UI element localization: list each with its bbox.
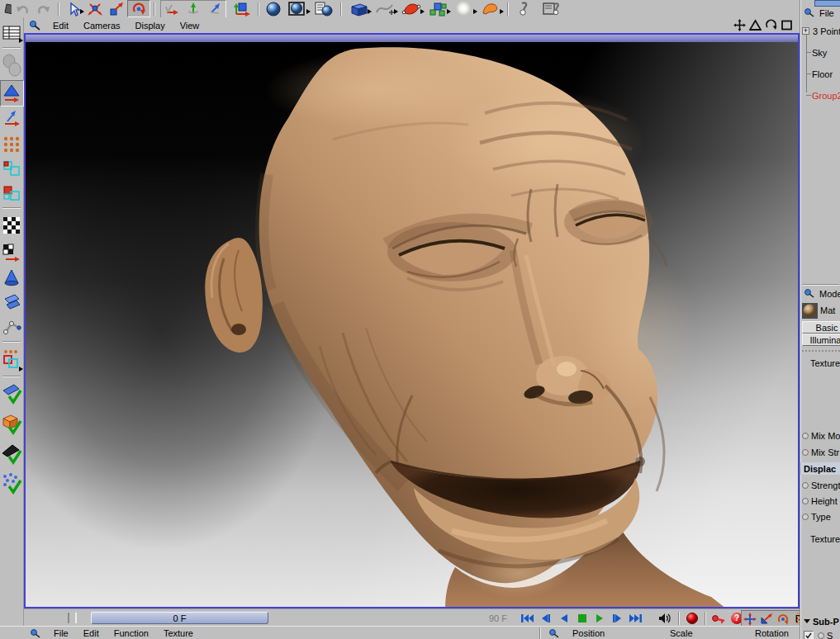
panel-tab[interactable]	[814, 0, 840, 7]
undo-button[interactable]	[12, 1, 33, 17]
timeline-menu-function[interactable]: Function	[107, 628, 156, 638]
add-spline-button[interactable]	[372, 1, 398, 17]
redo-button[interactable]	[33, 1, 55, 17]
object-item-floor[interactable]: Floor	[800, 68, 840, 80]
sub-rollout-header[interactable]: Sub-P	[800, 615, 840, 627]
mix-mode-row[interactable]: Mix Mo	[800, 429, 840, 442]
object-axis-tool-button[interactable]	[1, 106, 23, 131]
timeline-menu-edit[interactable]: Edit	[76, 628, 107, 638]
maximize-view-icon[interactable]	[781, 19, 793, 31]
object-label: 3 Point	[813, 26, 840, 36]
bone-tool-button[interactable]	[512, 1, 539, 17]
track-header-scale[interactable]: Scale	[662, 628, 747, 638]
texture-axis-mode-button[interactable]	[1, 240, 23, 265]
record-rotation-toggle[interactable]	[775, 612, 791, 626]
goto-start-button[interactable]	[518, 611, 536, 625]
timeline-menu-file[interactable]: File	[46, 628, 76, 638]
record-button[interactable]	[683, 611, 701, 625]
mix-strength-row[interactable]: Mix Str	[800, 446, 840, 458]
zoom-view-icon[interactable]	[749, 19, 762, 31]
expand-icon[interactable]: +	[802, 27, 809, 35]
lock-z-axis-button[interactable]	[204, 1, 225, 17]
live-selection-button[interactable]	[63, 1, 84, 17]
viewport-menu-edit[interactable]: Edit	[45, 21, 76, 31]
model-tool-button[interactable]	[0, 80, 24, 106]
rotate-view-icon[interactable]	[765, 19, 777, 31]
pin-icon[interactable]	[548, 628, 561, 639]
pin-icon[interactable]	[804, 7, 816, 18]
current-frame-slider[interactable]: 0 F	[91, 612, 268, 624]
kinematics-tool-button[interactable]	[1, 315, 23, 339]
timeline-menu-texture[interactable]: Texture	[156, 628, 201, 638]
viewport-title-strip	[26, 35, 798, 42]
viewport-menu-cameras[interactable]: Cameras	[76, 21, 128, 31]
lock-y-axis-button[interactable]	[183, 1, 204, 17]
track-header-position[interactable]: Position	[565, 628, 662, 638]
bone-settings-button[interactable]	[539, 1, 565, 17]
coordinate-system-button[interactable]	[228, 1, 254, 17]
add-light-button[interactable]	[451, 1, 477, 17]
object-item-sky[interactable]: Sky	[800, 46, 840, 59]
material-header[interactable]: Mat	[800, 302, 840, 319]
snap-grid-button[interactable]	[1, 409, 23, 438]
track-header-rotation[interactable]: Rotation	[747, 628, 796, 638]
snap-modeling-button[interactable]	[1, 379, 23, 409]
render-view-button[interactable]	[263, 1, 284, 17]
move-tool-button[interactable]	[84, 1, 106, 17]
snap-points-button[interactable]	[1, 468, 23, 498]
materials-disabled-button[interactable]	[1, 50, 23, 80]
attribute-menu-mode[interactable]: Mode	[819, 289, 840, 299]
snap-workplane-button[interactable]	[1, 438, 23, 468]
lock-x-axis-button[interactable]	[161, 1, 183, 17]
pin-icon[interactable]	[804, 288, 816, 299]
object-item-group2[interactable]: Group2	[800, 89, 840, 102]
points-mode-button[interactable]	[1, 131, 23, 156]
type-row[interactable]: Type	[800, 510, 840, 523]
record-scale-toggle[interactable]	[758, 612, 775, 626]
edges-mode-button[interactable]	[1, 156, 23, 181]
strength-row[interactable]: Strengt	[800, 479, 840, 491]
object-browser-button[interactable]	[1, 21, 23, 45]
spreadsheet-icon	[2, 25, 21, 41]
object-item-3point[interactable]: + 3 Point	[800, 25, 840, 37]
timeline-separator	[705, 612, 706, 625]
next-frame-button[interactable]	[609, 611, 627, 625]
keyframe-key-button[interactable]	[709, 611, 728, 625]
timeline-grip[interactable]	[68, 613, 77, 623]
viewport-menu-view[interactable]: View	[173, 21, 207, 31]
scale-tool-button[interactable]	[106, 1, 127, 17]
object-manager-menu-file[interactable]: File	[819, 8, 834, 18]
render-canvas[interactable]	[26, 42, 798, 607]
tab-basic[interactable]: Basic	[802, 321, 840, 334]
pan-view-icon[interactable]	[733, 19, 746, 31]
option-checkbox[interactable]	[804, 631, 814, 639]
add-deformer-button[interactable]	[477, 1, 504, 17]
play-backward-button[interactable]	[554, 611, 572, 625]
add-nurbs-button[interactable]	[398, 1, 425, 17]
top-toolbar	[0, 0, 814, 18]
render-picture-viewer-button[interactable]	[284, 1, 311, 17]
add-modeling-object-button[interactable]	[425, 1, 451, 17]
partial-tool-button[interactable]	[0, 1, 12, 17]
polygons-mode-button[interactable]	[1, 181, 23, 206]
height-row[interactable]: Height	[800, 495, 840, 507]
animation-mode-button[interactable]	[1, 265, 23, 290]
workplane-mode-button[interactable]	[1, 290, 23, 315]
previous-frame-button[interactable]	[536, 611, 554, 625]
play-forward-button[interactable]	[591, 611, 609, 625]
rotate-tool-button[interactable]	[127, 0, 150, 17]
selection-filter-button[interactable]	[1, 344, 23, 374]
bone-list-icon	[542, 1, 562, 17]
sound-toggle-button[interactable]	[657, 611, 675, 625]
viewport-menu-display[interactable]: Display	[128, 21, 173, 31]
add-primitive-button[interactable]	[345, 1, 372, 17]
pin-icon[interactable]	[30, 628, 42, 639]
pin-icon[interactable]	[29, 20, 42, 31]
tab-illumination[interactable]: Illuminat	[802, 334, 840, 346]
goto-end-button[interactable]	[627, 611, 645, 625]
texture-mode-button[interactable]	[1, 211, 23, 240]
viewport[interactable]	[24, 33, 800, 608]
record-position-toggle[interactable]	[742, 612, 758, 626]
render-settings-button[interactable]	[311, 1, 337, 17]
stop-button[interactable]	[572, 611, 591, 625]
